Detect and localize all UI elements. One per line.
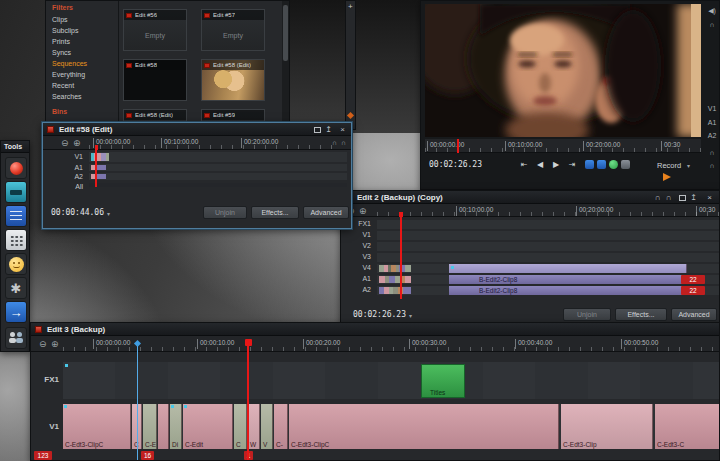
bin-scrollbar[interactable] (282, 1, 289, 129)
effects-button[interactable]: Effects... (251, 206, 299, 219)
timeline-clip[interactable]: C- (274, 404, 288, 449)
edit3-titlebar[interactable]: Edit 3 (Backup) (31, 323, 719, 336)
track-label-fx1[interactable]: FX1 (37, 375, 59, 384)
plus-icon[interactable]: + (348, 2, 353, 11)
track-label-v1[interactable]: V1 (61, 153, 83, 160)
timeline-clip[interactable]: C-Edt3-C (655, 404, 720, 449)
timeline-clip[interactable]: C-Edt3-ClipC (63, 404, 131, 449)
track-label-a1[interactable]: A1 (347, 275, 371, 282)
track-lane-v3[interactable] (377, 252, 719, 262)
pin-icon[interactable]: ↥ (688, 193, 699, 203)
edit2-titlebar[interactable]: Edit 2 (Backup) (Copy) ∩ ∩ ↥ × (341, 191, 719, 204)
track-lane-a2[interactable]: B-Edit2-Clip8 22 (377, 285, 719, 295)
edit58-timeline-ruler[interactable]: ⊖ ⊕ 00:00:00.00 00:10:00.00 00:20:00.00 … (43, 136, 351, 150)
track-lane-v2[interactable] (377, 241, 719, 251)
timeline-clip[interactable]: C (234, 404, 247, 449)
track-lane-a2[interactable] (89, 172, 347, 180)
bin-item-everything[interactable]: Everything (52, 71, 85, 78)
track-label-v1[interactable]: V1 (347, 231, 371, 238)
edit2-timecode[interactable]: 00:02:26.23 (353, 310, 406, 319)
bin-item-recent[interactable]: Recent (52, 82, 74, 89)
close-icon[interactable]: × (704, 193, 715, 203)
timeline-clip[interactable]: V (261, 404, 273, 449)
play-reverse-button[interactable]: ◀ (533, 159, 547, 170)
scrollbar-thumb[interactable] (283, 5, 288, 61)
close-icon[interactable]: × (337, 125, 348, 135)
viewer-track-a2[interactable]: A2 (703, 132, 720, 139)
timeline-clip[interactable] (97, 165, 106, 170)
blue-marker-line[interactable] (137, 346, 138, 461)
playhead-head[interactable] (245, 339, 252, 346)
sequence-tile[interactable]: Edit #58 (Edit) (201, 59, 265, 101)
headphone-icon[interactable]: ∩ (341, 138, 346, 148)
track-label-a1[interactable]: A1 (61, 164, 83, 171)
bin-item-subclips[interactable]: Subclips (52, 27, 78, 34)
timeline-clip[interactable]: C-E (143, 404, 157, 449)
timeline-clip[interactable]: Titles (421, 364, 465, 398)
tool-mixer-button[interactable] (5, 205, 27, 227)
zoom-in-icon[interactable]: ⊕ (359, 206, 367, 216)
viewer-playhead[interactable] (457, 139, 459, 153)
mark-in-button[interactable] (585, 160, 594, 169)
zoom-out-icon[interactable]: ⊖ (61, 138, 69, 148)
output-button[interactable] (621, 160, 630, 169)
headphone-icon[interactable]: ∩ (663, 193, 674, 203)
track-label-a2[interactable]: A2 (61, 173, 83, 180)
sequence-tile[interactable]: Edit #56 Empty (123, 9, 187, 51)
edit58-titlebar[interactable]: Edit #58 (Edit) ↥ × (43, 123, 351, 136)
track-label-v1[interactable]: V1 (37, 422, 59, 431)
edit2-timeline-ruler[interactable]: ⊖ ⊕ 00:10:00.00 00:20:00.00 00:30 (341, 204, 719, 217)
headphone-icon[interactable]: ∩ (703, 21, 720, 28)
advanced-button[interactable]: Advanced (671, 308, 717, 321)
timecode-dropdown-icon[interactable]: ▾ (107, 210, 110, 217)
timeline-clip[interactable] (97, 174, 106, 179)
tool-settings-button[interactable]: ✱ (5, 277, 27, 299)
zoom-in-icon[interactable]: ⊕ (51, 339, 59, 349)
track-lane-a1[interactable]: B-Edit2-Clip8 22 (377, 274, 719, 284)
track-lane-fx1[interactable]: Titles (63, 361, 719, 399)
bins-header[interactable]: Bins (52, 108, 67, 115)
track-lane-v1[interactable] (377, 230, 719, 240)
record-dropdown-icon[interactable]: ▾ (687, 162, 690, 169)
edit58-playhead[interactable] (95, 150, 97, 187)
tool-keypad-button[interactable] (5, 229, 27, 251)
track-label-v3[interactable]: V3 (347, 253, 371, 260)
track-lane-v1[interactable] (89, 151, 347, 162)
edit3-playhead[interactable] (247, 346, 249, 461)
tool-record-button[interactable] (5, 157, 27, 179)
timeline-clip[interactable]: B-Edit2-Clip8 (449, 286, 687, 295)
viewer-track-a1[interactable]: A1 (703, 119, 720, 126)
speaker-icon[interactable]: ◀) (703, 7, 720, 15)
all-tracks-label[interactable]: All (61, 183, 83, 190)
goto-start-button[interactable]: ⇤ (517, 159, 531, 170)
clip-fragments[interactable] (379, 276, 411, 283)
viewer-track-v1[interactable]: V1 (703, 105, 720, 112)
sequence-tile[interactable]: Edit #57 Empty (201, 9, 265, 51)
sequence-tile[interactable]: Edit #58 (123, 59, 187, 101)
bin-item-sequences[interactable]: Sequences (52, 60, 87, 67)
headphone-icon[interactable]: ∩ (703, 162, 720, 169)
track-label-v2[interactable]: V2 (347, 242, 371, 249)
track-label-v4[interactable]: V4 (347, 264, 371, 271)
headphone-icon[interactable]: ∩ (652, 193, 663, 203)
popout-icon[interactable] (314, 127, 321, 133)
video-frame[interactable] (425, 4, 701, 137)
timeline-clip[interactable]: W (248, 404, 260, 449)
zoom-in-icon[interactable]: ⊕ (73, 138, 81, 148)
timeline-clip[interactable]: C-Edt3-ClipC (289, 404, 559, 449)
headphone-icon[interactable]: ∩ (332, 138, 337, 148)
track-lane-all[interactable] (89, 182, 347, 187)
tool-export-button[interactable]: → (5, 301, 27, 323)
clip-fragments[interactable] (379, 265, 411, 272)
timecode-dropdown-icon[interactable]: ▾ (409, 312, 412, 319)
goto-end-button[interactable]: ⇥ (565, 159, 579, 170)
tool-source-button[interactable] (5, 181, 27, 203)
track-lane-a1[interactable] (89, 163, 347, 171)
timeline-clip[interactable]: C-Edt3-Clip (561, 404, 653, 449)
bin-item-clips[interactable]: Clips (52, 16, 68, 23)
bin-item-prints[interactable]: Prints (52, 38, 70, 45)
zoom-out-icon[interactable]: ⊖ (39, 339, 47, 349)
mark-out-button[interactable] (597, 160, 606, 169)
track-lane-fx1[interactable] (377, 219, 719, 229)
sync-status-icon[interactable] (609, 160, 618, 169)
